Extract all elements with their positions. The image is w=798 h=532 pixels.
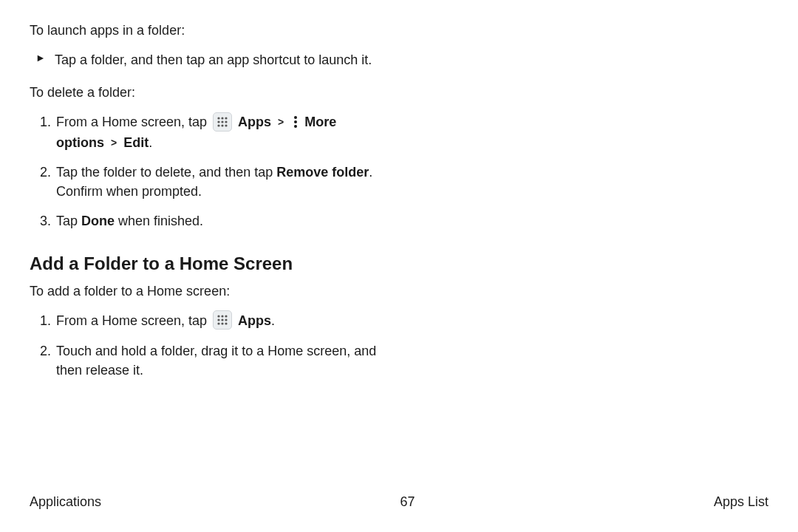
- svg-point-2: [225, 117, 227, 119]
- delete-step-3: Tap Done when finished.: [55, 211, 377, 231]
- apps-label: Apps: [238, 115, 271, 129]
- svg-point-10: [221, 315, 223, 317]
- svg-point-3: [217, 120, 219, 123]
- svg-point-1: [221, 117, 223, 119]
- svg-point-6: [217, 124, 219, 126]
- launch-intro: To launch apps in a folder:: [30, 21, 377, 40]
- svg-point-4: [221, 120, 223, 123]
- svg-point-8: [225, 124, 227, 126]
- svg-point-13: [221, 318, 223, 321]
- svg-point-5: [225, 120, 227, 123]
- remove-folder-label: Remove folder: [276, 165, 369, 180]
- edit-label: Edit: [123, 135, 149, 150]
- svg-point-12: [217, 318, 219, 321]
- apps-grid-icon: [213, 112, 232, 132]
- more-options-icon: [292, 115, 299, 129]
- svg-point-15: [217, 322, 219, 324]
- svg-point-9: [217, 315, 219, 317]
- launch-bullet: Tap a folder, and then tap an app shortc…: [55, 50, 377, 69]
- done-label: Done: [81, 214, 115, 228]
- footer-right: Apps List: [714, 492, 768, 511]
- delete-step-2: Tap the folder to delete, and then tap R…: [55, 163, 377, 201]
- svg-point-0: [217, 117, 219, 119]
- add-folder-heading: Add a Folder to a Home Screen: [30, 251, 377, 277]
- caret-icon: >: [111, 135, 117, 150]
- delete-intro: To delete a folder:: [30, 83, 377, 102]
- apps-grid-icon: [213, 310, 232, 330]
- svg-point-7: [221, 124, 223, 126]
- page-footer: Applications 67 Apps List: [30, 492, 768, 511]
- svg-point-14: [225, 318, 227, 321]
- svg-point-11: [225, 315, 227, 317]
- svg-point-16: [221, 322, 223, 324]
- add-folder-intro: To add a folder to a Home screen:: [30, 282, 377, 301]
- add-step-2: Touch and hold a folder, drag it to a Ho…: [55, 341, 377, 380]
- footer-left: Applications: [30, 492, 101, 511]
- delete-step-1: From a Home screen, tap Apps > More opti…: [55, 112, 377, 151]
- caret-icon: >: [278, 115, 284, 129]
- apps-label: Apps: [238, 313, 271, 328]
- add-step-1: From a Home screen, tap Apps.: [55, 311, 377, 331]
- footer-page-number: 67: [101, 492, 714, 511]
- svg-point-17: [225, 322, 227, 324]
